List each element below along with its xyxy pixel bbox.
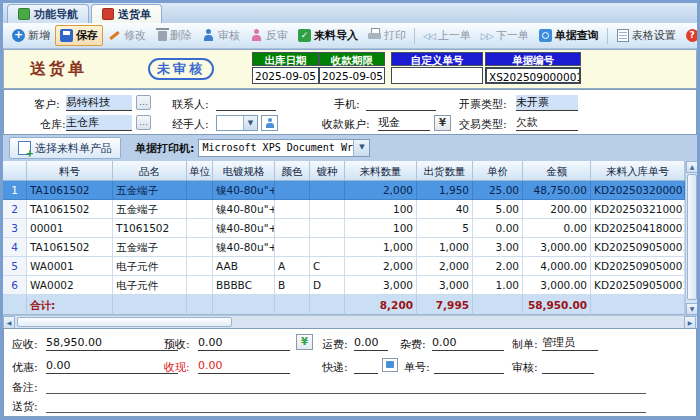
cell[interactable]: AAB — [213, 257, 275, 276]
express-picker-button[interactable] — [382, 358, 398, 372]
cell[interactable]: 镍40-80u"+... — [213, 238, 275, 257]
cell[interactable] — [275, 181, 310, 200]
cell[interactable] — [187, 219, 213, 238]
custom-number-input[interactable] — [391, 67, 483, 84]
order-number-input[interactable]: XS202509000001 — [485, 67, 581, 84]
cell[interactable]: 镍40-80u"+... — [213, 200, 275, 219]
cell[interactable]: 五金端子 — [113, 200, 187, 219]
cell[interactable]: TA1061502 — [27, 238, 113, 257]
cell[interactable]: T1061502 — [113, 219, 187, 238]
cell[interactable]: BBBBC — [213, 276, 275, 295]
column-header[interactable]: 单位 — [187, 161, 213, 181]
express-input[interactable] — [354, 359, 378, 374]
trade-type-input[interactable]: 欠款 — [516, 115, 578, 131]
cell[interactable]: WA0002 — [27, 276, 113, 295]
cell[interactable]: 200.00 — [523, 200, 591, 219]
cell[interactable]: TA1061502 — [27, 200, 113, 219]
cell[interactable] — [310, 181, 345, 200]
chevron-down-icon[interactable]: ▼ — [243, 116, 257, 130]
column-header[interactable]: 品名 — [113, 161, 187, 181]
save-button[interactable]: 保存 — [55, 25, 103, 46]
cell[interactable]: D — [310, 276, 345, 295]
table-row[interactable]: 6WA0002电子元件BBBBCBD3,0003,0001.003,000.00… — [3, 276, 685, 295]
row-number[interactable]: 6 — [3, 276, 27, 295]
cell[interactable]: 0.00 — [473, 219, 523, 238]
cell[interactable] — [275, 219, 310, 238]
column-header[interactable] — [3, 161, 27, 181]
horizontal-scrollbar[interactable]: ◀ ▶ — [3, 315, 697, 328]
add-button[interactable]: 新增 — [7, 25, 55, 46]
column-header[interactable]: 镀种 — [310, 161, 345, 181]
cell[interactable]: 100 — [345, 219, 417, 238]
remark-input[interactable] — [46, 379, 646, 394]
printer-select[interactable]: Microsoft XPS Document Writer ▼ — [198, 139, 370, 157]
cell[interactable] — [187, 200, 213, 219]
cell[interactable]: 1,000 — [417, 238, 473, 257]
invoice-type-input[interactable]: 未开票 — [516, 95, 578, 111]
cell[interactable]: 40 — [417, 200, 473, 219]
vertical-scroll-thumb[interactable] — [687, 174, 697, 300]
prepaid-currency-icon[interactable]: ¥ — [296, 334, 313, 350]
phone-input[interactable] — [366, 95, 436, 111]
print-button[interactable]: 打印 — [363, 25, 411, 46]
tab-function-nav[interactable]: 功能导航 — [7, 4, 89, 23]
cell[interactable] — [187, 181, 213, 200]
cell[interactable] — [310, 238, 345, 257]
receivable-input[interactable]: 58,950.00 — [46, 336, 178, 351]
warehouse-input[interactable]: 主仓库 — [66, 115, 132, 131]
cell[interactable]: 00001 — [27, 219, 113, 238]
warehouse-picker-button[interactable]: … — [136, 115, 151, 130]
chevron-down-icon[interactable]: ▼ — [353, 140, 369, 156]
cell[interactable]: 3,000 — [345, 276, 417, 295]
cell[interactable]: 1,000 — [345, 238, 417, 257]
delete-button[interactable]: 删除 — [151, 25, 197, 46]
discount-input[interactable]: 0.00 — [46, 359, 178, 374]
row-number[interactable]: 5 — [3, 257, 27, 276]
cell[interactable]: 1,950 — [417, 181, 473, 200]
cell[interactable] — [275, 200, 310, 219]
cell[interactable]: A — [275, 257, 310, 276]
cell[interactable]: WA0001 — [27, 257, 113, 276]
handler-dropdown[interactable]: ▼ — [216, 115, 258, 131]
cell[interactable] — [187, 257, 213, 276]
cell[interactable]: 25.00 — [473, 181, 523, 200]
payment-account-input[interactable]: 现金 — [378, 115, 430, 131]
scroll-down-icon[interactable]: ▼ — [686, 303, 698, 315]
column-header[interactable]: 电镀规格 — [213, 161, 275, 181]
delivery-input[interactable] — [46, 398, 646, 413]
table-row[interactable]: 5WA0001电子元件AABAC2,0002,0002.004,000.00KD… — [3, 257, 685, 276]
horizontal-scroll-thumb[interactable] — [17, 317, 232, 327]
cell[interactable]: 2,000 — [345, 257, 417, 276]
cell[interactable]: KD202509050001 — [591, 276, 685, 295]
next-order-button[interactable]: ▷▷ 下一单 — [476, 25, 534, 46]
cell[interactable] — [310, 219, 345, 238]
unaudit-button[interactable]: 反审 — [245, 25, 293, 46]
cell[interactable]: KD202504180001 — [591, 219, 685, 238]
cell[interactable] — [275, 238, 310, 257]
row-number[interactable]: 4 — [3, 238, 27, 257]
column-header[interactable]: 来料入库单号 — [591, 161, 685, 181]
cell[interactable]: 电子元件 — [113, 257, 187, 276]
cell[interactable] — [187, 238, 213, 257]
cell[interactable]: C — [310, 257, 345, 276]
cell[interactable]: 镍40-80u"+... — [213, 181, 275, 200]
order-query-button[interactable]: 单据查询 — [534, 25, 604, 46]
cell[interactable]: 3,000.00 — [523, 238, 591, 257]
table-row[interactable]: 300001T1061502镍40-80u"+...10050.000.00KD… — [3, 219, 685, 238]
tab-delivery-note[interactable]: 送货单 — [91, 4, 162, 23]
cell[interactable]: 五金端子 — [113, 238, 187, 257]
table-row[interactable]: 2TA1061502五金端子镍40-80u"+...100405.00200.0… — [3, 200, 685, 219]
column-header[interactable]: 颜色 — [275, 161, 310, 181]
scroll-up-icon[interactable]: ▲ — [686, 161, 698, 173]
cell[interactable]: 2,000 — [345, 181, 417, 200]
column-header[interactable]: 料号 — [27, 161, 113, 181]
cell[interactable]: KD202509050001 — [591, 257, 685, 276]
edit-button[interactable]: 修改 — [103, 25, 151, 46]
freight-input[interactable]: 0.00 — [354, 336, 388, 351]
cell[interactable]: 五金端子 — [113, 181, 187, 200]
cell[interactable]: 48,750.00 — [523, 181, 591, 200]
cell[interactable]: 2,000 — [417, 257, 473, 276]
cell[interactable]: KD202503210001 — [591, 200, 685, 219]
cell[interactable]: TA1061502 — [27, 181, 113, 200]
cell[interactable]: 3,000 — [417, 276, 473, 295]
